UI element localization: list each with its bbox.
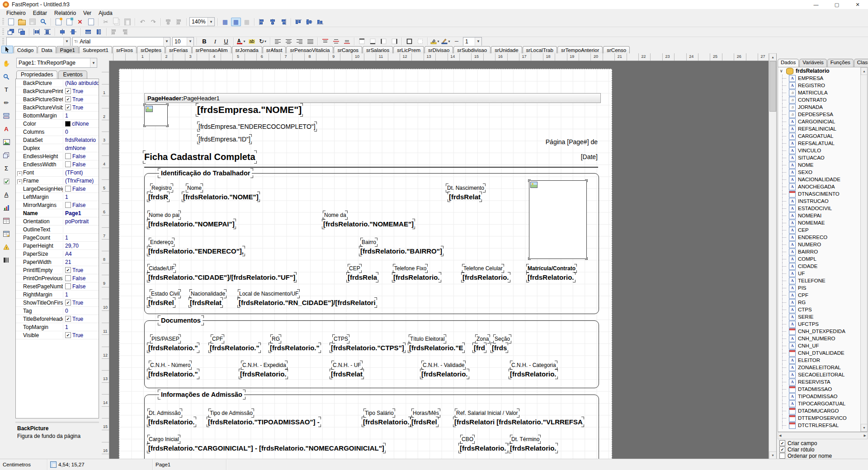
tree-field-ctps[interactable]: ACTPS bbox=[778, 306, 867, 313]
tree-field-cnh_uf[interactable]: ACNH_UF bbox=[778, 342, 867, 349]
property-value[interactable]: ✔True bbox=[63, 332, 99, 338]
tree-field-telefone[interactable]: ATELEFONE bbox=[778, 277, 867, 284]
valign-top-icon[interactable] bbox=[320, 37, 330, 46]
company-logo-placeholder[interactable] bbox=[144, 104, 168, 126]
field-expression[interactable]: [frdsRelatori [frdsRelatorio."VLRREFSA bbox=[454, 418, 583, 426]
tree-root-dataset[interactable]: ∨frdsRelatorio bbox=[778, 67, 867, 75]
property-row[interactable]: PrintIfEmpty✔True bbox=[16, 266, 99, 274]
property-row[interactable]: Frame+(TfrxFrame) bbox=[16, 177, 99, 185]
report-page-canvas[interactable]: PageHeader: PageHeader1[frdsEmpresa."NOM… bbox=[119, 69, 612, 459]
align-text-center-icon[interactable] bbox=[283, 37, 293, 46]
field-label[interactable]: Ref. Salarial Inicial / Valor bbox=[456, 410, 518, 416]
tree-field-refsalinicial[interactable]: AREFSALINICIAL bbox=[778, 125, 867, 132]
tree-field-dttemposervico[interactable]: DTTEMPOSERVICO bbox=[778, 414, 867, 422]
data-tab-funes[interactable]: Funções bbox=[827, 59, 854, 67]
picture-object-icon[interactable] bbox=[1, 138, 11, 146]
frame-all-icon[interactable] bbox=[404, 37, 414, 46]
frame-color-icon[interactable]: ▾ bbox=[441, 37, 451, 46]
tree-field-uf[interactable]: AUF bbox=[778, 270, 867, 277]
tree-field-contrato[interactable]: .0CONTRATO bbox=[778, 96, 867, 103]
field-expression[interactable]: [frdsRelatorio. bbox=[363, 418, 410, 426]
page-number-field[interactable]: Página [Page#] de bbox=[517, 138, 598, 146]
checkbox-icon[interactable] bbox=[65, 153, 71, 159]
field-expression[interactable]: [frdsRelat bbox=[449, 193, 481, 201]
field-label[interactable]: Telefone Fixo bbox=[394, 265, 426, 272]
tree-field-rg[interactable]: ARG bbox=[778, 299, 867, 306]
field-expression[interactable]: [frdsRelatorio."RN_CIDADE"]/[frdsRelator… bbox=[239, 299, 376, 306]
field-expression[interactable]: [frdsRelatorio. bbox=[510, 444, 557, 452]
field-label[interactable]: Dt. Admissão bbox=[149, 410, 181, 416]
property-row[interactable]: PrintOnPreviousPageFalse bbox=[16, 274, 99, 282]
field-label[interactable]: CTPS bbox=[334, 336, 348, 342]
property-row[interactable]: Visible✔True bbox=[16, 331, 99, 339]
field-expression[interactable]: [frdsRelatorio."ENDERECO"], bbox=[148, 247, 244, 255]
valign-center-icon[interactable] bbox=[331, 37, 341, 46]
tree-field-empresa[interactable]: AEMPRESA bbox=[778, 75, 867, 82]
property-value[interactable]: ✔True bbox=[63, 267, 99, 273]
property-value[interactable]: ✔True bbox=[63, 300, 99, 306]
property-row[interactable]: ShowTitleOnFirstPage✔True bbox=[16, 299, 99, 307]
property-value[interactable]: False bbox=[63, 283, 99, 290]
hand-tool-icon[interactable]: ✋ bbox=[1, 59, 11, 68]
menu-relatrio[interactable]: Relatório bbox=[51, 9, 80, 17]
new-page-icon[interactable] bbox=[53, 18, 63, 26]
tree-field-nomepai[interactable]: ANOMEPAI bbox=[778, 212, 867, 219]
delete-page-icon[interactable]: ✕ bbox=[75, 18, 85, 26]
checkbox-icon[interactable]: ✔ bbox=[65, 104, 71, 110]
field-expression[interactable]: [frdsRelatorio. bbox=[460, 444, 506, 452]
report-title[interactable]: Ficha Cadastral Completa bbox=[144, 152, 255, 162]
option-criar-r-tulo[interactable]: ✔Criar rótulo bbox=[779, 446, 868, 452]
italic-icon[interactable]: I bbox=[210, 37, 220, 46]
text-style-select[interactable]: ▼ bbox=[6, 37, 71, 46]
field-expression[interactable]: [frdsRelatorio."CTPS"] bbox=[331, 344, 404, 352]
employee-photo-placeholder[interactable] bbox=[529, 180, 587, 259]
tree-field-cargoatual[interactable]: ACARGOATUAL bbox=[778, 132, 867, 140]
property-value[interactable]: ✔True bbox=[63, 104, 99, 111]
design-vertical-scrollbar[interactable]: ▲ ▼ bbox=[769, 53, 776, 459]
property-row[interactable]: MirrorMarginsFalse bbox=[16, 201, 99, 209]
tree-field-anochegada[interactable]: AANOCHEGADA bbox=[778, 183, 867, 190]
frame-bottom-icon[interactable] bbox=[368, 37, 377, 46]
object-selector[interactable]: Page1: TfrxReportPage ▼ bbox=[16, 58, 97, 68]
field-label[interactable]: Estado Civil bbox=[151, 291, 179, 297]
expand-icon[interactable]: + bbox=[17, 171, 22, 176]
select-tool-icon[interactable] bbox=[1, 46, 13, 53]
align-text-right-icon[interactable] bbox=[294, 37, 304, 46]
property-value[interactable]: dmNone bbox=[63, 145, 99, 151]
field-label[interactable]: Local de Nascimento/UF bbox=[239, 291, 298, 297]
band-header[interactable]: PageHeader: PageHeader1 bbox=[144, 93, 601, 103]
center-horizontally-icon[interactable] bbox=[57, 28, 67, 36]
menu-ver[interactable]: Ver bbox=[80, 9, 95, 17]
tree-field-serie[interactable]: ASERIE bbox=[778, 313, 867, 320]
tree-field-reservista[interactable]: ARESERVISTA bbox=[778, 378, 867, 385]
checkbox-icon[interactable]: ✔ bbox=[65, 316, 71, 322]
field-expression[interactable]: [frdsRelatorio." bbox=[270, 344, 320, 352]
field-expression[interactable]: [frdsRelatorio. bbox=[148, 418, 195, 426]
field-label[interactable]: Nome bbox=[187, 185, 202, 191]
new-dialog-icon[interactable] bbox=[64, 18, 74, 26]
company-name-field[interactable]: [frdsEmpresa."NOME"] bbox=[197, 104, 302, 115]
property-row[interactable]: Font+(TFont) bbox=[16, 169, 99, 177]
property-value[interactable]: frdsRelatorio bbox=[63, 137, 99, 143]
field-label[interactable]: C.N.H. - Categoria bbox=[511, 362, 556, 368]
maximize-button[interactable]: ▢ bbox=[826, 0, 847, 9]
property-value[interactable]: 21 bbox=[63, 259, 99, 265]
tree-field-cidade[interactable]: ACIDADE bbox=[778, 263, 867, 270]
property-row[interactable]: PaperHeight29,70 bbox=[16, 242, 99, 250]
section-title[interactable]: Documentos bbox=[159, 317, 203, 324]
richtext-object-icon[interactable]: A bbox=[1, 190, 11, 199]
field-expression[interactable]: [frdsRelatorio. bbox=[510, 370, 557, 378]
field-expression[interactable]: [frdsRel bbox=[148, 299, 174, 306]
minimize-button[interactable]: — bbox=[806, 0, 826, 9]
field-label[interactable]: Tipo de Admissão bbox=[210, 410, 253, 416]
font-name-select[interactable]: TrArial▼ bbox=[72, 37, 170, 46]
field-label[interactable]: Cidade/UF bbox=[149, 265, 175, 272]
tree-field-dtadmucargo[interactable]: DTADMUCARGO bbox=[778, 407, 867, 414]
underline-icon[interactable]: U bbox=[221, 37, 231, 46]
field-expression[interactable]: [frdsRelatorio." bbox=[148, 344, 198, 352]
field-expression[interactable]: [frdsRelatorio."CARGOINICIAL"] - [frdsRe… bbox=[148, 444, 384, 452]
field-expression[interactable]: [frdsRelatorio. bbox=[462, 273, 509, 281]
property-value[interactable]: Page1 bbox=[63, 210, 99, 216]
tab-srdivisao[interactable]: srDivisao bbox=[425, 46, 453, 53]
property-row[interactable]: BottomMargin1 bbox=[16, 112, 99, 120]
